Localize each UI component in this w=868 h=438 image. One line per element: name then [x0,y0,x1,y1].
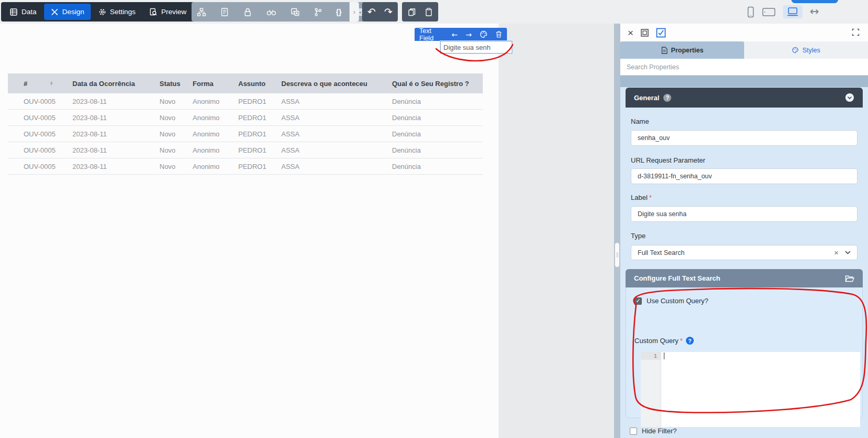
type-label: Type [631,232,645,240]
editor-text-area[interactable] [661,352,860,427]
undo-icon[interactable]: ↶ [367,7,376,17]
tab-settings[interactable]: Settings [92,4,142,20]
hide-filter-row[interactable]: Hide Filter? [630,427,676,435]
folder-icon[interactable] [845,275,854,282]
url-param-input[interactable]: d-3819911-fn_senha_ouv [631,168,858,184]
header-cell[interactable]: Data da Ocorrência [72,80,160,88]
editor-gutter: 1 [641,352,661,427]
search-properties-input[interactable]: Search Properties [620,59,868,76]
table-cell: Anonimo [193,130,238,138]
tab-preview[interactable]: Preview [143,4,193,20]
table-cell: Anonimo [193,163,238,170]
checked-widget-icon[interactable] [656,28,666,38]
header-cell[interactable]: Status [160,80,193,88]
table-cell: OUV-0005 [24,146,72,154]
panel-splitter[interactable] [614,24,620,438]
laptop-icon[interactable] [783,5,802,18]
hide-filter-checkbox[interactable] [630,428,637,435]
header-cell[interactable]: #▲▼ [24,80,72,88]
history-group: ↶ ↷ [362,2,398,22]
braces-icon[interactable]: {} [336,8,342,16]
table-cell: ASSA [281,163,392,170]
table-cell: PEDRO1 [238,130,281,138]
toolbar-expand-button[interactable]: › [350,2,359,22]
palette-icon[interactable] [480,30,488,38]
preview-icon [149,8,157,16]
fullscreen-icon[interactable] [852,28,860,36]
label-input[interactable]: Digite sua senha [631,206,858,222]
table-row[interactable]: OUV-00052023-08-11NovoAnonimoPEDRO1ASSAD… [8,126,483,142]
trash-icon[interactable] [495,30,502,38]
palette-icon [792,47,799,54]
mobile-icon[interactable] [747,6,755,18]
header-cell[interactable]: Qual é o Seu Registro ? [392,80,483,88]
general-section-header[interactable]: General ? [626,88,863,108]
sort-icon[interactable]: ▲▼ [49,81,53,86]
configure-fts-header[interactable]: Configure Full Text Search [626,269,863,287]
tab-settings-label: Settings [110,8,136,16]
selected-text-field[interactable]: Digite sua senh [440,41,512,54]
sitemap-icon[interactable] [197,7,206,17]
copy-icon[interactable] [407,7,416,17]
move-left-icon[interactable]: ← [452,31,458,38]
tab-properties-label: Properties [671,47,704,54]
table-cell: 2023-08-11 [72,114,160,122]
responsive-width-icon[interactable]: ↔ [810,6,819,17]
tab-styles[interactable]: Styles [744,41,868,59]
table-cell: Novo [160,98,193,105]
dock-panel-icon[interactable] [640,28,649,37]
branch-icon[interactable] [314,7,322,17]
document-icon [661,47,668,54]
binoculars-icon[interactable] [266,7,277,17]
header-cell[interactable]: Forma [193,80,238,88]
required-asterisk: * [680,337,683,345]
table-cell: Denúncia [392,146,483,154]
use-custom-query-checkbox[interactable]: ✓ [634,297,642,305]
custom-query-editor[interactable]: 1 [641,352,860,427]
table-cell: PEDRO1 [238,146,281,154]
chevron-down-icon[interactable] [845,251,851,254]
properties-panel: × Properties Styles Search Properties Ge… [620,24,868,438]
close-icon[interactable]: × [628,28,633,38]
table-body: OUV-00052023-08-11NovoAnonimoPEDRO1ASSAD… [8,93,483,175]
use-custom-query-row[interactable]: ✓ Use Custom Query? [634,297,708,305]
splitter-grip[interactable] [615,243,619,267]
clear-selection-icon[interactable]: × [834,249,839,257]
form-icon[interactable] [220,7,229,17]
tab-data[interactable]: Data [3,4,43,20]
table-row[interactable]: OUV-00052023-08-11NovoAnonimoPEDRO1ASSAD… [8,110,483,126]
table-row[interactable]: OUV-00052023-08-11NovoAnonimoPEDRO1ASSAD… [8,142,483,158]
general-section-title: General [634,94,659,102]
widget-tool-group: {} [192,2,371,22]
table-cell: OUV-0005 [24,114,72,122]
redo-icon[interactable]: ↷ [384,7,393,17]
tab-design[interactable]: Design [44,4,91,20]
tab-styles-label: Styles [802,47,820,54]
table-cell: 2023-08-11 [72,163,160,170]
help-icon[interactable]: ? [686,337,694,345]
image-language-icon[interactable] [290,7,300,17]
table-cell: PEDRO1 [238,114,281,122]
name-input[interactable]: senha_ouv [631,130,858,146]
paste-icon[interactable] [425,7,433,17]
move-right-icon[interactable]: → [465,31,472,38]
type-select[interactable]: Full Text Search × [631,245,858,260]
collapse-chevron-icon[interactable] [845,93,854,102]
top-toolbar: Data Design Settings Preview [0,0,868,24]
table-cell: Novo [160,146,193,154]
help-icon[interactable]: ? [663,94,671,102]
lock-icon[interactable] [243,7,252,17]
tab-properties[interactable]: Properties [620,41,744,59]
label-label: Label* [631,194,652,201]
header-cell[interactable]: Descreva o que aconteceu [281,80,392,88]
table-row[interactable]: OUV-00052023-08-11NovoAnonimoPEDRO1ASSAD… [8,93,483,110]
data-grid-icon [9,8,18,16]
tablet-icon[interactable] [762,7,776,17]
gear-icon [98,8,107,16]
use-custom-query-label: Use Custom Query? [647,297,708,305]
header-cell[interactable]: Assunto [238,80,281,88]
url-param-label: URL Request Parameter [631,156,705,164]
records-table: #▲▼Data da OcorrênciaStatusFormaAssuntoD… [8,73,483,175]
table-row[interactable]: OUV-00052023-08-11NovoAnonimoPEDRO1ASSAD… [8,158,483,175]
table-cell: Novo [160,130,193,138]
